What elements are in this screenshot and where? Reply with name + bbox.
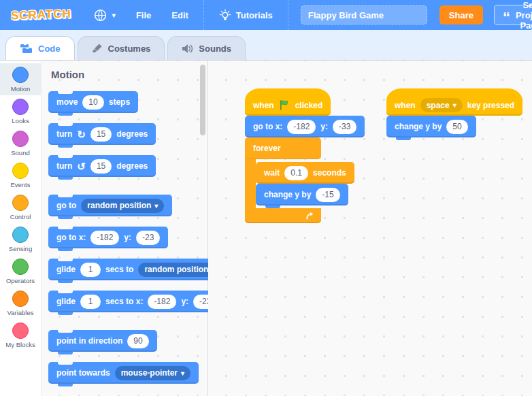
category-label: Sound <box>11 149 29 156</box>
category-label: Control <box>10 213 31 220</box>
sidebar-item-events[interactable]: Events <box>0 159 41 191</box>
dropdown-value: mouse-pointer <box>121 368 178 378</box>
tab-code[interactable]: Code <box>5 36 75 60</box>
block-go-to-xy[interactable]: go to x: -182 y: -23 <box>48 227 168 248</box>
block-label: go to x: <box>56 233 86 242</box>
number-input[interactable]: 15 <box>90 127 112 142</box>
tab-costumes[interactable]: Costumes <box>78 36 165 60</box>
secs-input[interactable]: 1 <box>80 263 101 277</box>
block-palette: Motion move 10 steps turn ↻ 15 degrees t… <box>41 61 208 396</box>
sidebar-item-sensing[interactable]: Sensing <box>0 223 41 255</box>
block-forever[interactable]: forever wait 0.1 seconds change y by -15 <box>245 137 354 223</box>
green-flag-icon <box>279 99 290 111</box>
category-label: Sensing <box>9 245 32 252</box>
tab-costumes-label: Costumes <box>108 44 151 54</box>
my-blocks-category-dot <box>12 323 29 339</box>
chevron-down-icon: ▾ <box>112 12 116 19</box>
block-point-towards[interactable]: point towards mouse-pointer ▾ <box>48 362 199 384</box>
block-label: secs to <box>105 265 133 274</box>
block-point-in-direction[interactable]: point in direction 90 <box>48 330 157 352</box>
number-input[interactable]: -15 <box>316 188 339 202</box>
language-selector[interactable]: ▾ <box>85 0 124 30</box>
seconds-input[interactable]: 0.1 <box>284 166 308 180</box>
sidebar-item-variables[interactable]: Variables <box>0 287 41 319</box>
block-change-y-by[interactable]: change y by -15 <box>256 184 348 205</box>
file-menu[interactable]: File <box>128 0 159 30</box>
project-title-input[interactable] <box>301 5 427 24</box>
dropdown-value: random position <box>87 201 151 210</box>
sidebar-item-my-blocks[interactable]: My Blocks <box>0 319 41 351</box>
y-input[interactable]: -23 <box>136 231 160 245</box>
speaker-icon <box>182 44 193 54</box>
block-label: when <box>395 101 416 110</box>
block-label: glide <box>56 265 76 274</box>
variables-category-dot <box>12 291 29 307</box>
sidebar-item-operators[interactable]: Operators <box>0 255 41 287</box>
x-input[interactable]: -182 <box>90 231 119 245</box>
scripts-canvas[interactable]: when clicked go to x: -182 y: -33 foreve… <box>208 61 532 396</box>
see-project-page-button[interactable]: “ See Project Page <box>494 5 532 25</box>
block-label: seconds <box>313 168 346 178</box>
events-category-dot <box>12 163 29 179</box>
target-dropdown[interactable]: mouse-pointer ▾ <box>115 366 190 380</box>
code-blocks-icon <box>20 44 33 54</box>
category-label: Variables <box>7 309 34 316</box>
y-input[interactable]: -33 <box>333 120 356 134</box>
see-project-page-label: See Project Page <box>516 0 532 31</box>
tutorials-menu[interactable]: Tutorials <box>211 0 281 30</box>
block-turn-counterclockwise[interactable]: turn ↺ 15 degrees <box>48 155 156 177</box>
lightbulb-icon <box>219 9 231 22</box>
block-glide-to-xy[interactable]: glide 1 secs to x: -182 y: -23 <box>48 291 225 312</box>
tab-code-label: Code <box>38 44 61 54</box>
block-go-to[interactable]: go to random position ▾ <box>48 195 172 216</box>
paintbrush-icon <box>92 43 103 54</box>
chevron-down-icon: ▾ <box>154 202 158 210</box>
forever-block-header[interactable]: forever <box>245 137 321 159</box>
block-change-y-by[interactable]: change y by 50 <box>386 116 476 137</box>
sidebar-item-control[interactable]: Control <box>0 191 41 223</box>
block-label: move <box>56 97 78 107</box>
block-move-steps[interactable]: move 10 steps <box>48 91 138 113</box>
sidebar-item-sound[interactable]: Sound <box>0 127 41 159</box>
share-button[interactable]: Share <box>439 5 483 24</box>
key-dropdown[interactable]: space ▾ <box>420 98 463 112</box>
sidebar-item-looks[interactable]: Looks <box>0 95 41 127</box>
edit-menu[interactable]: Edit <box>163 0 197 30</box>
palette-scrollbar[interactable] <box>200 65 205 135</box>
target-dropdown[interactable]: random position ▾ <box>81 199 164 213</box>
block-turn-clockwise[interactable]: turn ↻ 15 degrees <box>48 123 156 145</box>
x-input[interactable]: -182 <box>287 120 316 134</box>
forever-block-body: wait 0.1 seconds change y by -15 <box>245 159 354 208</box>
scratch-logo[interactable]: SCRATCH <box>11 7 72 22</box>
block-glide-to[interactable]: glide 1 secs to random position ▾ <box>48 259 229 280</box>
number-input[interactable]: 15 <box>90 159 112 174</box>
tab-sounds[interactable]: Sounds <box>167 36 246 60</box>
block-when-flag-clicked[interactable]: when clicked <box>245 88 331 116</box>
number-input[interactable]: 50 <box>446 120 467 134</box>
block-label: y: <box>181 297 188 306</box>
sidebar-item-motion[interactable]: Motion <box>0 63 41 95</box>
block-go-to-xy[interactable]: go to x: -182 y: -33 <box>245 116 365 137</box>
number-input[interactable]: 10 <box>82 95 103 110</box>
block-when-key-pressed[interactable]: when space ▾ key pressed <box>386 88 522 116</box>
block-label: y: <box>320 122 328 131</box>
see-inside-icon: “ <box>503 9 510 21</box>
sensing-category-dot <box>12 227 29 243</box>
chevron-down-icon: ▾ <box>181 369 184 377</box>
direction-input[interactable]: 90 <box>127 334 148 348</box>
block-wait-seconds[interactable]: wait 0.1 seconds <box>256 162 354 184</box>
dropdown-value: space <box>427 101 450 110</box>
block-category-sidebar: Motion Looks Sound Events Control Sensin… <box>0 61 41 396</box>
menu-divider <box>288 0 288 30</box>
tutorials-label: Tutorials <box>236 10 273 20</box>
flag-script-stack: when clicked go to x: -182 y: -33 foreve… <box>245 88 365 223</box>
file-menu-label: File <box>136 10 151 20</box>
editor-tab-bar: Code Costumes Sounds <box>0 30 532 61</box>
dropdown-value: random position <box>144 265 208 274</box>
forever-block-footer[interactable] <box>245 208 321 223</box>
loop-arrow-icon <box>305 212 314 220</box>
block-label: turn <box>56 129 72 139</box>
secs-input[interactable]: 1 <box>80 295 101 309</box>
block-label: degrees <box>116 161 148 171</box>
x-input[interactable]: -182 <box>148 295 176 309</box>
